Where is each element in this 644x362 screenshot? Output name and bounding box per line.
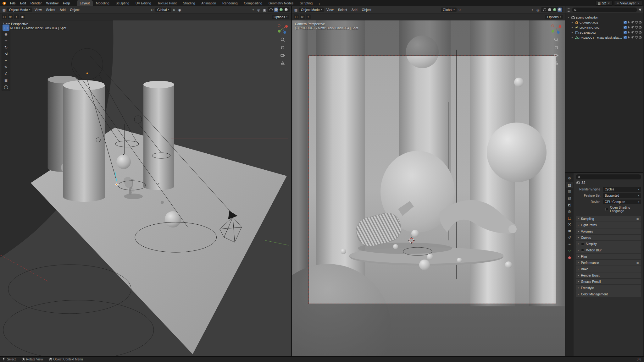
workspace-tab-sculpting[interactable]: Sculpting [113, 0, 132, 6]
section-simplify[interactable]: ▸ Simplify [576, 241, 641, 247]
selectable-checkbox[interactable]: ✓ [624, 26, 627, 29]
disclosure-icon[interactable]: ▸ [572, 26, 574, 29]
small-sphere-right[interactable] [514, 78, 524, 87]
shading-solid-icon[interactable] [274, 8, 278, 12]
toggle-xray-icon[interactable]: ▣ [262, 8, 267, 12]
transform-orientation-selector[interactable]: Global ▾ [155, 8, 171, 12]
cylinder-main[interactable] [63, 80, 105, 202]
section-volumes[interactable]: ▸ Volumes [576, 228, 641, 234]
tool-annotate[interactable]: ✎ [3, 64, 9, 70]
outliner-editor-icon[interactable] [567, 8, 571, 12]
snap-magnet-icon[interactable]: ∪ [457, 8, 462, 12]
hide-eye-icon[interactable] [631, 31, 634, 34]
menu-window[interactable]: Window [44, 1, 61, 6]
small-sphere[interactable] [161, 201, 164, 204]
properties-search-input[interactable] [576, 174, 641, 179]
tool-select-box[interactable]: ◻ [3, 25, 9, 31]
props-tab-world[interactable]: ◍ [566, 208, 573, 214]
tool-setting-icon[interactable]: ⊕ [300, 14, 305, 19]
props-tab-tool[interactable]: ⚙ [566, 175, 573, 181]
workspace-tab-scripting[interactable]: Scripting [297, 0, 316, 6]
id-breadcrumb[interactable]: S2 [576, 181, 641, 184]
shading-rendered-icon[interactable] [558, 8, 562, 12]
camera-view-icon[interactable] [554, 53, 559, 58]
section-render-burst[interactable]: ▸ Render Burst [576, 272, 641, 278]
tool-scale[interactable]: ⇲ [3, 51, 9, 57]
workspace-tab-shading[interactable]: Shading [180, 0, 198, 6]
props-tab-render[interactable]: ▤ [566, 182, 573, 188]
disable-viewport-icon[interactable] [635, 21, 638, 24]
viewport-canvas-right[interactable]: Camera Perspective (1) PRODUCT - Matte B… [292, 20, 565, 356]
snap-magnet-icon[interactable]: ∪ [172, 8, 177, 12]
presets-menu-icon[interactable]: ≡ [636, 261, 639, 265]
disable-render-icon[interactable] [639, 36, 642, 39]
zoom-icon[interactable] [280, 37, 285, 42]
workspace-tab-geometry-nodes[interactable]: Geometry Nodes [265, 0, 297, 6]
workspace-tab-compositing[interactable]: Compositing [241, 0, 265, 6]
workspace-tab-modeling[interactable]: Modeling [93, 0, 113, 6]
section-grease-pencil[interactable]: ▸ Grease Pencil [576, 279, 641, 284]
shading-solid-icon[interactable] [547, 8, 552, 12]
view-menu[interactable]: View [33, 8, 44, 12]
options-dropdown[interactable]: Options ▾ [272, 15, 289, 19]
workspace-tab-rendering[interactable]: Rendering [219, 0, 241, 6]
viewport-canvas-left[interactable]: User Perspective (1) PRODUCT - Matte Bla… [0, 20, 291, 356]
show-overlays-icon[interactable]: ◎ [256, 8, 261, 12]
shading-wireframe-icon[interactable] [269, 8, 273, 12]
disclosure-icon[interactable]: ▸ [572, 21, 574, 24]
unlink-scene-icon[interactable]: × [607, 2, 610, 5]
disable-viewport-icon[interactable] [635, 26, 638, 29]
section-checkbox[interactable] [581, 249, 584, 252]
workspace-tab-texture-paint[interactable]: Texture Paint [154, 0, 180, 6]
selectable-checkbox[interactable]: ✓ [624, 21, 627, 24]
object-menu[interactable]: Object [68, 8, 81, 12]
select-arrow-icon[interactable] [627, 36, 630, 39]
tool-setting-icon[interactable]: ⊕ [8, 14, 13, 19]
shading-material-icon[interactable] [552, 8, 557, 12]
navigation-gizmo[interactable] [551, 23, 562, 34]
tool-setting-icon[interactable]: ⌖ [306, 14, 311, 19]
disable-render-icon[interactable] [639, 26, 642, 29]
props-tab-scene[interactable]: ◩ [566, 202, 573, 208]
props-tab-modifiers[interactable]: ⚒ [566, 222, 573, 228]
shading-rendered-icon[interactable] [284, 8, 288, 12]
scene-selector[interactable]: ▦ S2 × [596, 1, 613, 6]
show-gizmo-icon[interactable]: ⌖ [530, 8, 535, 12]
view-menu[interactable]: View [325, 8, 336, 12]
editor-type-icon[interactable]: ▦ [293, 8, 298, 12]
large-sphere-right[interactable] [487, 123, 547, 182]
selectable-checkbox[interactable]: ✓ [624, 31, 627, 34]
hide-eye-icon[interactable] [631, 21, 634, 24]
disable-viewport-icon[interactable] [635, 36, 638, 39]
tool-extra[interactable]: ◯ [3, 84, 9, 90]
camera-view-icon[interactable] [280, 53, 285, 58]
transform-orientation-selector[interactable]: Global ▾ [441, 8, 457, 12]
tool-move[interactable]: + [3, 38, 9, 44]
hide-eye-icon[interactable] [631, 36, 634, 39]
selectable-checkbox[interactable]: ✓ [624, 36, 627, 39]
tool-setting-icon[interactable]: ◻ [2, 14, 7, 19]
sphere[interactable] [116, 155, 131, 169]
tool-rotate[interactable]: ↻ [3, 44, 9, 51]
proportional-edit-icon[interactable]: ◉ [177, 8, 182, 12]
disable-render-icon[interactable] [639, 21, 642, 24]
navigation-gizmo[interactable] [277, 23, 288, 34]
show-gizmo-icon[interactable]: ⌖ [251, 8, 256, 12]
tool-measure[interactable]: ∠ [3, 71, 9, 77]
outliner-row-scene-collection[interactable]: ▾ Scene Collection [565, 15, 643, 20]
outliner-row-camera[interactable]: ▸ CAMERA.002 ✓ [565, 20, 643, 25]
section-motion-blur[interactable]: ▸ Motion Blur [576, 247, 641, 253]
view-layer-selector[interactable]: ≡ ViewLayer × [614, 1, 642, 6]
pan-hand-icon[interactable] [280, 45, 285, 50]
object-menu[interactable]: Object [360, 8, 373, 12]
filter-icon[interactable] [638, 8, 642, 12]
outliner-row-lighting[interactable]: ▸ LIGHTING.002 ✓ [565, 25, 643, 30]
toggle-perspective-icon[interactable] [554, 61, 559, 66]
zoom-icon[interactable] [554, 37, 559, 42]
props-tab-particles[interactable]: ✱ [566, 228, 573, 234]
tool-cursor[interactable]: ⊕ [3, 31, 9, 37]
section-color-management[interactable]: ▸ Color Management [576, 291, 641, 297]
disclosure-icon[interactable]: ▸ [572, 31, 574, 34]
mode-selector[interactable]: Object Mode ▾ [299, 8, 324, 12]
tool-setting-icon[interactable]: ◻ [294, 14, 299, 19]
